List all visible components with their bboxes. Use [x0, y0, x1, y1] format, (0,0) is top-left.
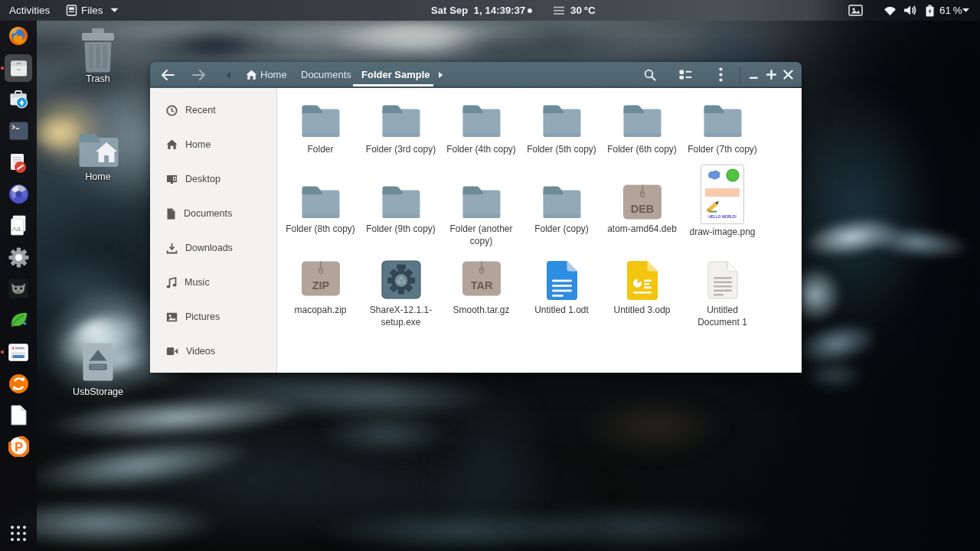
svg-text:HELLO WORLD!: HELLO WORLD! — [708, 214, 737, 219]
svg-text:P: P — [15, 440, 23, 453]
svg-text:TAR: TAR — [470, 279, 492, 292]
svg-text:ZIP: ZIP — [312, 279, 329, 292]
svg-text:DEB: DEB — [630, 203, 654, 215]
svg-text:Aa.: Aa. — [12, 225, 23, 233]
